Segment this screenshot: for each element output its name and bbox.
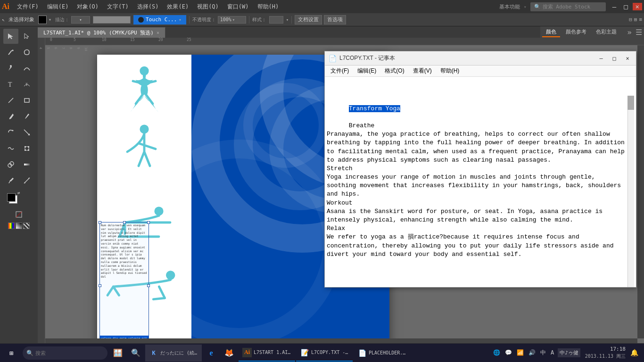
panels-menu-icon[interactable]: ☰ (636, 28, 642, 37)
lasso-tool-button[interactable] (19, 45, 34, 60)
notepad-minimize-button[interactable]: — (596, 54, 606, 63)
taskbar-item-placeholder[interactable]: 📄 PLACEHOLDER.TX... (354, 345, 410, 362)
notepad-scrollbar[interactable] (627, 96, 634, 287)
scale-tool-button[interactable] (19, 125, 34, 140)
workspace-dropdown-icon[interactable]: ▾ (524, 4, 527, 9)
menu-object[interactable]: 对象(O) (73, 2, 102, 12)
taskbar-item-explorer[interactable]: 🪟 (109, 345, 126, 362)
taskbar-item-search[interactable]: 🔍 (127, 345, 144, 362)
free-transform-tool-button[interactable] (19, 141, 34, 156)
minimize-app-button[interactable]: — (610, 3, 619, 10)
toolbox-row-9 (3, 156, 35, 173)
chat-tray-icon[interactable]: 💬 (504, 348, 513, 357)
menu-help[interactable]: 帮助(H) (254, 2, 283, 12)
fill-color-box[interactable] (7, 193, 16, 202)
svg-marker-1 (12, 49, 14, 51)
gradient-tool-button[interactable] (19, 157, 34, 172)
network-tray-icon[interactable]: 🌐 (492, 348, 501, 357)
pen-tool-button[interactable] (3, 61, 18, 76)
menu-window[interactable]: 窗口(W) (223, 2, 253, 12)
selection-tool-button[interactable] (3, 29, 18, 44)
svg-point-30 (191, 149, 333, 337)
maximize-app-button[interactable]: □ (621, 3, 630, 10)
taskbar-item-input-method[interactable]: K だったにに (続音... (145, 345, 202, 362)
menu-view[interactable]: 视图(Q) (193, 2, 223, 12)
notepad-content-area[interactable]: Transform Yoga Breathe Pranayama, the yo… (325, 77, 636, 287)
options-icon[interactable]: ≡ (639, 16, 642, 23)
opacity-input[interactable]: 100% ▾ (218, 16, 246, 24)
volume-tray-icon[interactable]: 🔊 (528, 348, 537, 357)
curvature-tool-button[interactable] (19, 61, 34, 76)
menu-effect[interactable]: 效果(E) (163, 2, 192, 12)
menu-text[interactable]: 文字(T) (103, 2, 132, 12)
preferences-button[interactable]: 首选项 (324, 15, 346, 25)
panel-tab-color-theme[interactable]: 色彩主题 (592, 27, 620, 37)
notepad-scrollbar-thumb[interactable] (627, 96, 634, 110)
rect-tool-button[interactable] (19, 93, 34, 108)
menu-file[interactable]: 文件(F) (13, 2, 42, 12)
none-color-icon[interactable] (11, 207, 26, 222)
none-fill-icon[interactable] (23, 222, 30, 229)
svg-text:T: T (8, 81, 12, 88)
clock-area[interactable]: 17:18 2013.11.13 周三 (585, 346, 626, 359)
direct-selection-tool-button[interactable] (19, 29, 34, 44)
align-icon[interactable]: ⊟ (629, 16, 632, 23)
line-tool-button[interactable] (3, 93, 18, 108)
ime-en-tray-icon[interactable]: A (550, 348, 555, 357)
svg-rect-12 (28, 146, 29, 148)
taskbar-item-firefox[interactable]: 🦊 (221, 345, 238, 362)
taskbar-search-input[interactable] (35, 350, 83, 356)
fill-color-swatch[interactable] (38, 16, 47, 24)
ime-tray-icon[interactable]: 中 (539, 348, 547, 358)
notepad-window: 📄 L7COPY.TXT - 记事本 — □ × 文件(F) 编辑(E) 格式(… (324, 51, 636, 288)
gradient-mode-icon[interactable] (16, 222, 22, 229)
notepad-menu-file[interactable]: 文件(F) (327, 66, 353, 76)
stroke-selector[interactable]: ▾ (71, 16, 90, 24)
taskbar-item-notepad[interactable]: 📝 L7COPY.TXT - 記... (296, 345, 353, 362)
rotate-tool-button[interactable] (3, 125, 18, 140)
document-tab[interactable]: L7START_1.AI* @ 100% (CMYK/GPU 预选) × (38, 27, 165, 38)
toolbar: ↖ 未选择对象 ▾ 描边： ▾ Touch C... ▾ 不透明度： 100% … (0, 13, 644, 26)
document-settings-button[interactable]: 文档设置 (295, 15, 322, 25)
distribute-icon[interactable]: ⊞ (634, 16, 637, 23)
svg-point-23 (140, 66, 149, 75)
start-button[interactable]: ⊞ (0, 344, 23, 362)
pencil-tool-button[interactable] (19, 109, 34, 124)
close-app-button[interactable]: × (633, 3, 642, 10)
color-mode-icon[interactable] (8, 222, 15, 229)
notepad-close-button[interactable]: × (623, 54, 632, 63)
type-tool-button[interactable]: T (3, 77, 18, 92)
shape-builder-tool-button[interactable] (3, 157, 18, 172)
panels-expand-icon[interactable]: » (627, 28, 632, 37)
swap-colors-icon[interactable]: ⇄ (17, 190, 20, 195)
type-on-path-tool-button[interactable]: T (19, 77, 34, 92)
notification-icon[interactable]: 🔔 (628, 349, 640, 356)
eyedropper-tool-button[interactable] (3, 173, 18, 188)
menu-edit[interactable]: 编辑(E) (43, 2, 73, 12)
taskbar-item-illustrator[interactable]: Ai L7START_1.AI* @ ... (239, 345, 295, 362)
ruler-horizontal: 0 5 10 15 20 25 (38, 38, 644, 45)
notepad-menu-format[interactable]: 格式(O) (381, 66, 408, 76)
touch-brush-button[interactable]: Touch C... ▾ (133, 15, 186, 25)
menu-select[interactable]: 选择(S) (133, 2, 163, 12)
magic-wand-tool-button[interactable] (3, 45, 18, 60)
notepad-menu-edit[interactable]: 编辑(E) (354, 66, 380, 76)
style-selector[interactable] (269, 16, 283, 24)
notepad-menu-view[interactable]: 查看(V) (409, 66, 436, 76)
panel-tab-color[interactable]: 颜色 (542, 27, 560, 37)
text-box-selected[interactable]: Num doloreetum ven esequam ver suscipist… (99, 222, 149, 345)
notepad-menu-help[interactable]: 帮助(H) (437, 66, 463, 76)
signal-tray-icon[interactable]: 📶 (516, 348, 525, 357)
adobe-stock-search[interactable]: 🔍 搜索 Adobe Stock (530, 2, 606, 11)
notepad-maximize-button[interactable]: □ (610, 54, 619, 63)
paintbrush-tool-button[interactable] (3, 109, 18, 124)
panel-tabs: 颜色 颜色参考 色彩主题 » ☰ (540, 26, 644, 38)
taskbar-search-area[interactable]: 🔍 (23, 346, 107, 360)
measure-tool-button[interactable] (19, 173, 34, 188)
vertical-scrollbar[interactable] (637, 45, 644, 338)
panel-tab-color-guide[interactable]: 颜色参考 (562, 27, 590, 37)
document-tab-close-button[interactable]: × (157, 30, 159, 35)
taskbar-item-edge[interactable]: e (203, 345, 220, 362)
warp-tool-button[interactable] (3, 141, 18, 156)
language-indicator[interactable]: 中♪ゥ健 (558, 348, 580, 357)
